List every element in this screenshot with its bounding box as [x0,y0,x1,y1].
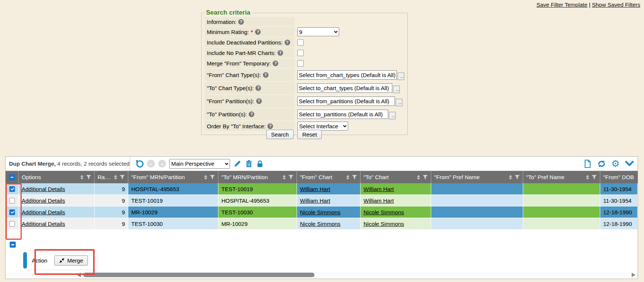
sort-icon[interactable] [586,175,589,180]
filter-funnel-icon[interactable] [210,175,215,180]
to-chart-link[interactable]: Nicole Simmons [364,209,404,215]
search-button[interactable]: Search [266,130,294,139]
filter-funnel-icon[interactable] [120,175,125,180]
header-to-pref-name[interactable]: "To" Pref Name [523,171,600,183]
help-icon[interactable]: ? [277,50,283,56]
order-by-interface-select[interactable]: Select Interface [297,122,348,131]
header-from-dob-label: "From" DOB [603,174,634,180]
from-partitions-picker-button[interactable]: ... [396,99,402,106]
additional-details-link[interactable]: Additional Details [22,209,65,215]
additional-details-link[interactable]: Additional Details [22,186,65,192]
refresh-icon[interactable] [597,159,606,168]
to-partitions-picker-button[interactable]: ... [389,112,396,119]
help-icon[interactable]: ? [255,29,261,35]
help-icon[interactable]: ? [238,19,244,25]
sort-icon[interactable] [283,175,286,180]
next-page-icon[interactable]: › [158,160,166,168]
header-options[interactable]: Options [19,171,95,183]
help-icon[interactable]: ? [267,123,273,129]
filter-funnel-icon[interactable] [288,175,294,180]
information-label: Information: ? [205,17,294,26]
merge-button[interactable]: Merge [54,255,88,266]
show-saved-filters-link[interactable]: Show Saved Filters [592,1,640,8]
sort-icon[interactable] [509,175,512,180]
lock-icon[interactable] [256,160,264,168]
scroll-left-arrow[interactable] [77,273,81,277]
perspective-select[interactable]: Main Perspective [169,159,230,169]
help-icon[interactable]: ? [249,111,254,117]
additional-details-link[interactable]: Additional Details [22,197,65,204]
header-options-label: Options [22,174,41,180]
undo-icon[interactable] [135,159,144,168]
merge-from-temporary-checkbox[interactable] [297,60,304,67]
include-deactivated-checkbox[interactable] [297,39,304,46]
row-checkbox[interactable] [9,198,15,203]
include-no-part-mr-checkbox[interactable] [297,50,304,56]
from-chart-link[interactable]: Nicole Simmons [300,221,340,227]
sort-icon[interactable] [114,175,117,180]
collapse-chevron-down-icon[interactable] [625,160,634,167]
filter-funnel-icon[interactable] [352,175,357,180]
filter-funnel-icon[interactable] [592,175,597,180]
table-row[interactable]: Additional Details 9 TEST-10030 MR-10029… [6,218,638,230]
new-document-icon[interactable] [583,159,592,168]
previous-page-icon[interactable]: ‹ [147,160,155,168]
from-partitions-input[interactable] [297,96,395,106]
filter-funnel-icon[interactable] [423,175,428,180]
to-chart-types-input[interactable] [297,83,392,93]
row-checkbox[interactable] [9,209,15,215]
header-from-chart[interactable]: "From" Chart [297,171,361,183]
to-chart-link[interactable]: William Hart [364,197,394,204]
to-mrn-cell: HOSPITAL-495653 [218,195,297,206]
rating-cell: 9 [95,206,128,218]
edit-pencil-icon[interactable] [233,160,242,168]
collapse-selection-toggle[interactable] [10,242,16,248]
to-pref-name-cell [523,206,600,218]
to-chart-link[interactable]: Nicole Simmons [364,221,404,227]
help-icon[interactable]: ? [273,61,278,66]
action-panel: Action Merge [25,251,98,270]
minimum-rating-select[interactable]: 9 [297,27,339,36]
table-row[interactable]: Additional Details 9 TEST-10019 HOSPITAL… [6,195,638,206]
grid-title: Dup Chart Merge, 4 records, 2 records se… [6,157,130,171]
save-filter-template-link[interactable]: Save Filter Template [536,1,587,8]
from-mrn-cell: MR-10029 [128,206,218,218]
from-chart-link[interactable]: William Hart [300,197,330,204]
delete-trash-icon[interactable] [245,160,253,168]
reset-button[interactable]: Reset [297,130,322,139]
help-icon[interactable]: ? [285,40,290,45]
sort-icon[interactable] [80,175,83,180]
help-icon[interactable]: ? [263,72,269,78]
sort-icon[interactable] [417,175,420,180]
from-dob-cell: 12-18-1990 [600,218,638,230]
filter-funnel-icon[interactable] [86,175,91,180]
from-chart-link[interactable]: Nicole Simmons [300,209,340,215]
header-to-mrn[interactable]: "To" MRN/Partition [218,171,297,183]
sort-icon[interactable] [346,175,349,180]
from-chart-types-input[interactable] [297,70,397,80]
from-chart-link[interactable]: William Hart [300,186,330,192]
sort-icon[interactable] [204,175,207,180]
header-rating[interactable]: Rating [95,171,128,183]
filter-funnel-icon[interactable] [515,175,520,180]
to-chart-types-picker-button[interactable]: ... [393,86,400,93]
settings-gear-icon[interactable]: ⚙ [611,159,620,168]
header-from-mrn[interactable]: "From" MRN/Partition [128,171,218,183]
help-icon[interactable]: ? [255,85,261,91]
table-row[interactable]: Additional Details 9 MR-10029 TEST-10030… [6,206,638,218]
scrollbar-thumb[interactable] [83,273,315,277]
additional-details-link[interactable]: Additional Details [22,221,65,227]
header-from-dob[interactable]: "From" DOB [600,171,638,183]
help-icon[interactable]: ? [256,98,262,104]
toolbar-right-icons: ⚙ [583,159,634,168]
to-partitions-input[interactable] [297,110,388,119]
header-to-chart[interactable]: "To" Chart [361,171,431,183]
row-checkbox[interactable] [9,221,15,227]
from-chart-types-picker-button[interactable]: ... [398,73,404,80]
row-checkbox[interactable] [9,186,15,192]
to-chart-link[interactable]: William Hart [364,186,394,192]
table-row[interactable]: Additional Details 9 HOSPITAL-495653 TES… [6,183,638,195]
scroll-right-arrow[interactable] [632,273,635,277]
select-all-checkbox[interactable] [9,174,15,180]
header-from-pref-name[interactable]: "From" Pref Name [431,171,523,183]
